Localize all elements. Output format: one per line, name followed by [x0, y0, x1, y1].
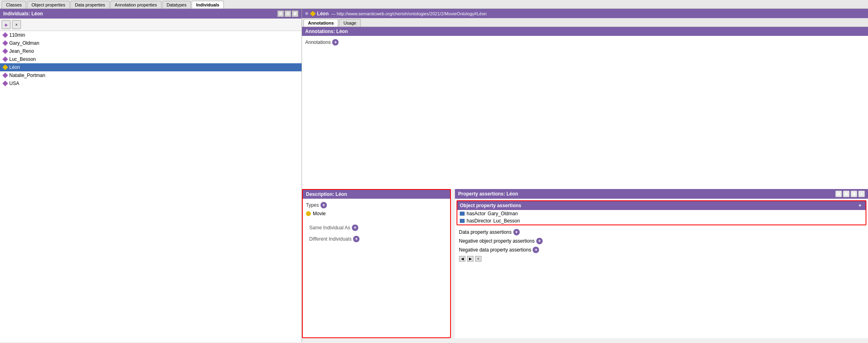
add-object-property-btn[interactable]: + [857, 202, 863, 209]
data-property-assertions-section: Data property assertions + [457, 228, 866, 237]
individual-label: 110min [9, 32, 25, 38]
pa-nav-close[interactable]: × [475, 256, 482, 262]
op-item-has-director[interactable]: hasDirector Luc_Besson [457, 217, 866, 225]
same-individual-label: Same Individual As + [309, 224, 444, 232]
type-label: Movie [313, 211, 326, 216]
negative-op-assertions-section: Negative object property assertions + [457, 237, 866, 245]
op-property-label: hasActor [467, 211, 486, 216]
op-item-icon [460, 212, 465, 216]
op-value-label: Luc_Besson [493, 218, 520, 224]
annotations-header-label: Annotations: Léon [305, 29, 348, 34]
nav-btn-3[interactable]: ⊠ [292, 10, 298, 17]
types-label-text: Types [306, 202, 319, 208]
types-section-label: Types + [306, 202, 447, 208]
individuals-nav-controls: ⊞ ⊟ ⊠ [277, 10, 298, 17]
description-content: Types + Movie Same Individual As + [303, 199, 450, 337]
class-circle-icon [306, 211, 311, 216]
add-type-btn[interactable]: + [320, 202, 327, 208]
pa-nav-back[interactable]: ◀ [459, 256, 465, 262]
add-neg-op-btn[interactable]: + [536, 238, 543, 244]
delete-individual-btn[interactable]: × [12, 20, 21, 29]
left-panel: Individuals: Léon ⊞ ⊟ ⊠ ◆ × 110min Gary_… [0, 9, 302, 342]
individual-110min[interactable]: 110min [0, 31, 302, 39]
annotations-section-label: Annotations + [305, 39, 865, 46]
op-value-label: Gary_Oldman [488, 211, 518, 216]
tab-datatypes[interactable]: Datatypes [162, 1, 191, 8]
individuals-list: 110min Gary_Oldman Jean_Reno Luc_Besson … [0, 31, 302, 342]
individual-luc-besson[interactable]: Luc_Besson [0, 55, 302, 63]
different-individuals-label: Different Individuals + [309, 235, 444, 243]
individual-natalie-portman[interactable]: Natalie_Portman [0, 71, 302, 79]
annotations-label-text: Annotations [305, 39, 331, 45]
individual-gary-oldman[interactable]: Gary_Oldman [0, 39, 302, 47]
property-assertions-content: Object property assertions + hasActor Ga… [455, 199, 868, 338]
individual-icon [2, 81, 8, 86]
main-layout: Individuals: Léon ⊞ ⊟ ⊠ ◆ × 110min Gary_… [0, 9, 868, 342]
individual-jean-reno[interactable]: Jean_Reno [0, 47, 302, 55]
individual-label: USA [9, 81, 19, 86]
add-data-property-btn[interactable]: + [513, 229, 520, 235]
different-individuals-section: Different Individuals + [306, 233, 447, 245]
dp-section-label: Data property assertions [459, 229, 512, 235]
tab-usage[interactable]: Usage [339, 19, 361, 27]
delete-icon: × [15, 23, 18, 27]
individual-icon-selected [2, 64, 8, 70]
property-assertions-controls: ⊞ ⊟ ⊠ × [835, 191, 865, 197]
annotations-panel-header: Annotations: Léon [302, 27, 868, 36]
tab-data-properties[interactable]: Data properties [70, 1, 110, 8]
add-annotation-btn[interactable]: + [332, 39, 339, 46]
right-panel: ≡ Léon — http://www.semanticweb.org/cher… [302, 9, 868, 342]
same-individual-section: Same Individual As + [306, 222, 447, 233]
individual-icon [2, 40, 8, 46]
individuals-toolbar: ◆ × [0, 19, 302, 31]
add-individual-btn[interactable]: ◆ [2, 20, 10, 29]
add-neg-dp-btn[interactable]: + [533, 247, 539, 253]
tab-individuals[interactable]: Individuals [192, 1, 223, 8]
individual-label: Natalie_Portman [9, 73, 45, 78]
tab-annotations[interactable]: Annotations [304, 19, 338, 27]
right-tab-bar: Annotations Usage [302, 18, 868, 27]
pa-nav-forward[interactable]: ▶ [467, 256, 473, 262]
op-item-has-actor[interactable]: hasActor Gary_Oldman [457, 210, 866, 217]
nav-btn-2[interactable]: ⊟ [285, 10, 291, 17]
individual-usa[interactable]: USA [0, 79, 302, 87]
pa-ctrl-4[interactable]: × [858, 191, 865, 197]
op-section-label: Object property assertions [460, 203, 521, 208]
neg-op-section-label: Negative object property assertions [459, 238, 535, 244]
nav-btn-1[interactable]: ⊞ [277, 10, 284, 17]
tab-annotation-properties[interactable]: Annotation properties [110, 1, 161, 8]
individual-icon [2, 56, 8, 62]
tab-classes[interactable]: Classes [2, 1, 26, 8]
individual-icon [2, 48, 8, 54]
entity-title: Léon [317, 11, 329, 17]
op-property-label: hasDirector [467, 218, 491, 224]
individual-label: Gary_Oldman [9, 40, 39, 46]
diamond-icon: ◆ [4, 23, 8, 27]
same-individual-text: Same Individual As [309, 225, 350, 231]
property-assertions-header-label: Property assertions: Léon [458, 191, 518, 197]
pa-ctrl-1[interactable]: ⊞ [835, 191, 842, 197]
description-header-label: Description: Léon [306, 191, 347, 197]
tab-object-properties[interactable]: Object properties [27, 1, 70, 8]
annotations-panel: Annotations: Léon Annotations + [302, 27, 868, 189]
pa-ctrl-2[interactable]: ⊟ [843, 191, 849, 197]
add-same-individual-btn[interactable]: + [352, 225, 358, 231]
type-item-movie: Movie [306, 210, 447, 217]
property-assertions-panel: Property assertions: Léon ⊞ ⊟ ⊠ × Object… [455, 189, 868, 338]
pa-ctrl-3[interactable]: ⊠ [851, 191, 857, 197]
bottom-panels: Description: Léon Types + Movie Same Ind… [302, 189, 868, 342]
individuals-panel-header: Individuals: Léon ⊞ ⊟ ⊠ [0, 9, 302, 19]
negative-dp-assertions-section: Negative data property assertions + [457, 245, 866, 254]
add-different-individuals-btn[interactable]: + [353, 236, 360, 242]
right-panel-header: ≡ Léon — http://www.semanticweb.org/cher… [302, 9, 868, 18]
individual-label: Luc_Besson [9, 56, 36, 62]
entity-url: — http://www.semanticweb.org/cherish/ont… [331, 11, 486, 16]
individual-icon [2, 73, 8, 78]
individual-leon[interactable]: Léon [0, 63, 302, 71]
individuals-header-title: Individuals: Léon [3, 11, 43, 17]
op-item-icon [460, 219, 465, 223]
op-section-header: Object property assertions + [457, 201, 866, 210]
menu-icon: ≡ [305, 10, 308, 17]
top-tab-bar: Classes Object properties Data propertie… [0, 0, 868, 9]
description-header: Description: Léon [303, 190, 450, 199]
